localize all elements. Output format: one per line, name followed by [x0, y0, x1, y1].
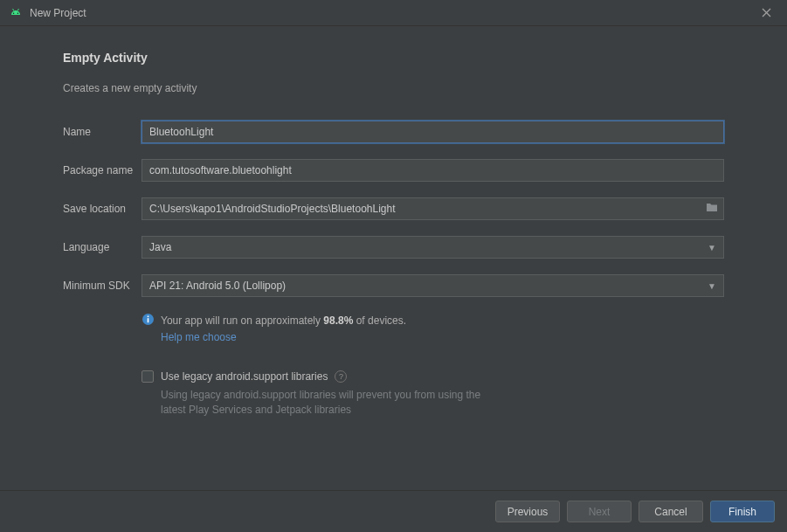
svg-rect-7 — [148, 318, 149, 322]
legacy-libs-hint: Using legacy android.support libraries w… — [161, 388, 493, 418]
help-me-choose-link[interactable]: Help me choose — [161, 331, 237, 343]
finish-button[interactable]: Finish — [710, 501, 775, 522]
name-label: Name — [63, 126, 142, 138]
svg-point-0 — [13, 12, 14, 13]
previous-button[interactable]: Previous — [495, 501, 560, 522]
save-location-label: Save location — [63, 203, 142, 215]
svg-rect-8 — [148, 316, 149, 318]
close-icon[interactable] — [752, 0, 780, 26]
android-logo-icon — [9, 6, 23, 20]
svg-line-3 — [17, 9, 18, 10]
cancel-button[interactable]: Cancel — [639, 501, 703, 522]
svg-line-2 — [13, 9, 14, 10]
folder-icon[interactable] — [706, 203, 718, 215]
page-subheading: Creates a new empty activity — [63, 82, 724, 94]
chevron-down-icon: ▼ — [708, 281, 716, 291]
device-info-text: Your app will run on approximately 98.8%… — [161, 313, 406, 328]
help-icon[interactable]: ? — [335, 370, 347, 383]
language-label: Language — [63, 241, 142, 253]
package-label: Package name — [63, 164, 142, 176]
content-area: Empty Activity Creates a new empty activ… — [0, 26, 787, 490]
svg-point-1 — [17, 12, 18, 13]
info-icon — [142, 313, 155, 327]
minsdk-select[interactable]: API 21: Android 5.0 (Lollipop) ▼ — [142, 274, 724, 297]
legacy-libs-checkbox[interactable] — [142, 370, 154, 383]
legacy-libs-label: Use legacy android.support libraries — [161, 370, 328, 383]
minsdk-label: Minimum SDK — [63, 280, 142, 292]
save-location-input[interactable]: C:\Users\kapo1\AndroidStudioProjects\Blu… — [142, 197, 724, 220]
new-project-dialog: New Project Empty Activity Creates a new… — [0, 0, 787, 532]
titlebar: New Project — [0, 0, 787, 26]
chevron-down-icon: ▼ — [708, 243, 716, 252]
footer: Previous Next Cancel Finish — [0, 490, 787, 532]
name-input[interactable]: BluetoohLight — [142, 121, 724, 143]
package-input[interactable]: com.tutosoftware.bluetoohlight — [142, 159, 724, 182]
language-select[interactable]: Java ▼ — [142, 236, 724, 259]
page-heading: Empty Activity — [63, 51, 724, 65]
next-button[interactable]: Next — [567, 501, 632, 522]
window-title: New Project — [30, 7, 752, 19]
